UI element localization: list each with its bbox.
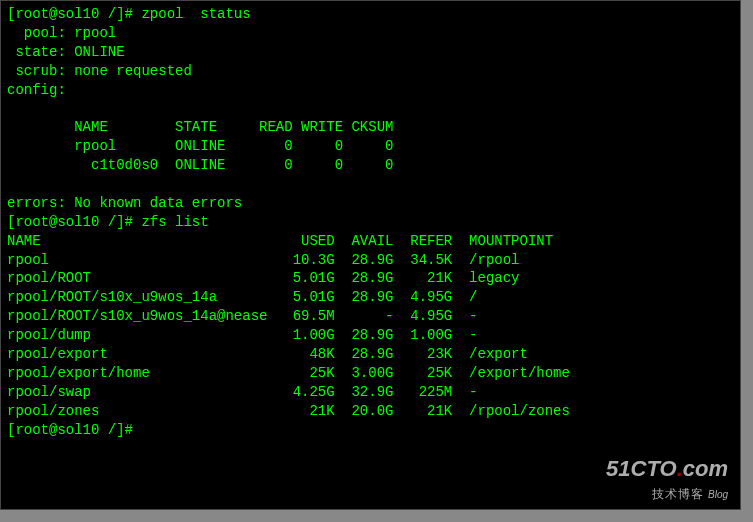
cursor-icon [133, 422, 141, 438]
zpool-errors-line: errors: No known data errors [7, 194, 734, 213]
zfs-table-row: rpool/ROOT 5.01G 28.9G 21K legacy [7, 269, 734, 288]
blank-line [7, 99, 734, 118]
label: scrub: [7, 63, 74, 79]
prompt-line-2: [root@sol10 /]# zfs list [7, 213, 734, 232]
zpool-config-label: config: [7, 81, 734, 100]
command-text: zfs list [141, 214, 208, 230]
zfs-table-row: rpool/export/home 25K 3.00G 25K /export/… [7, 364, 734, 383]
watermark-sub: 技术博客 [652, 487, 704, 501]
zpool-state-line: state: ONLINE [7, 43, 734, 62]
zpool-table-row: rpool ONLINE 0 0 0 [7, 137, 734, 156]
value: No known data errors [74, 195, 242, 211]
terminal-window[interactable]: [root@sol10 /]# zpool status pool: rpool… [0, 0, 741, 510]
label: errors: [7, 195, 74, 211]
prompt-line-1: [root@sol10 /]# zpool status [7, 5, 734, 24]
zfs-table-header: NAME USED AVAIL REFER MOUNTPOINT [7, 232, 734, 251]
watermark: 51CTO.com 技术博客 Blog [606, 454, 728, 503]
label: pool: [7, 25, 74, 41]
zpool-table-row: c1t0d0s0 ONLINE 0 0 0 [7, 156, 734, 175]
zfs-table-row: rpool/swap 4.25G 32.9G 225M - [7, 383, 734, 402]
zpool-scrub-line: scrub: none requested [7, 62, 734, 81]
prompt-line-3: [root@sol10 /]# [7, 421, 734, 440]
zfs-table-row: rpool/export 48K 28.9G 23K /export [7, 345, 734, 364]
value: none requested [74, 63, 192, 79]
zfs-table-row: rpool/zones 21K 20.0G 21K /rpool/zones [7, 402, 734, 421]
watermark-blog: Blog [708, 489, 728, 500]
zfs-table-row: rpool/ROOT/s10x_u9wos_14a@nease 69.5M - … [7, 307, 734, 326]
shell-prompt: [root@sol10 /]# [7, 214, 133, 230]
zpool-table-header: NAME STATE READ WRITE CKSUM [7, 118, 734, 137]
watermark-domain-dot: . [677, 456, 683, 481]
shell-prompt: [root@sol10 /]# [7, 422, 133, 438]
watermark-domain-main: 51CTO [606, 456, 677, 481]
value: rpool [74, 25, 116, 41]
shell-prompt: [root@sol10 /]# [7, 6, 133, 22]
label: state: [7, 44, 74, 60]
zpool-pool-line: pool: rpool [7, 24, 734, 43]
blank-line [7, 175, 734, 194]
watermark-domain-tld: com [683, 456, 728, 481]
value: ONLINE [74, 44, 124, 60]
zfs-table-row: rpool/ROOT/s10x_u9wos_14a 5.01G 28.9G 4.… [7, 288, 734, 307]
zfs-table-row: rpool 10.3G 28.9G 34.5K /rpool [7, 251, 734, 270]
command-text: zpool status [141, 6, 250, 22]
zfs-table-row: rpool/dump 1.00G 28.9G 1.00G - [7, 326, 734, 345]
